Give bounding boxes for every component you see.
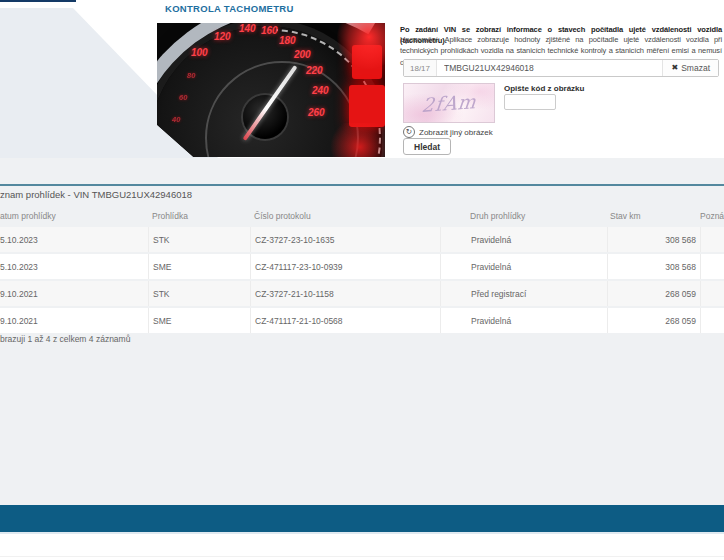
cell-date: 9.10.2021 <box>0 308 148 333</box>
refresh-captcha-link[interactable]: ↻ Zobrazit jiný obrázek <box>403 126 493 138</box>
section-divider <box>0 184 724 186</box>
captcha-label: Opište kód z obrázku <box>504 84 584 93</box>
captcha-input[interactable] <box>504 94 556 110</box>
column-header-type: Druh prohlídky <box>470 211 525 221</box>
speed-number: 260 <box>308 107 325 118</box>
speed-number-small: 60 <box>179 93 187 102</box>
table-header-row: atum prohlídky Prohlídka Číslo protokolu… <box>0 205 724 227</box>
cell-date: 5.10.2023 <box>0 227 148 252</box>
cell-protocol: CZ-3727-23-10-1635 <box>250 227 440 252</box>
top-navy-line <box>0 0 76 2</box>
clear-vin-button[interactable]: ✖ Smazat <box>662 60 718 76</box>
cell-km: 268 059 <box>607 281 700 306</box>
speed-number: 240 <box>312 85 329 96</box>
cell-note <box>700 254 724 279</box>
clear-vin-label: Smazat <box>681 63 710 73</box>
cell-inspection: SME <box>148 254 250 279</box>
cell-note <box>700 308 724 333</box>
cell-type: Pravidelná <box>440 308 607 333</box>
table-row: 9.10.2021 STK CZ-3727-21-10-1158 Před re… <box>0 281 724 308</box>
speed-number-small: 40 <box>172 115 180 124</box>
cell-protocol: CZ-471117-23-10-0939 <box>250 254 440 279</box>
cell-date: 9.10.2021 <box>0 281 148 306</box>
vin-char-counter: 18/17 <box>404 60 437 76</box>
table-row: 5.10.2023 STK CZ-3727-23-10-1635 Pravide… <box>0 227 724 254</box>
speed-number: 220 <box>306 65 323 76</box>
page-title: KONTROLA TACHOMETRU <box>165 3 294 14</box>
speed-number: 160 <box>261 25 278 36</box>
speed-number: 120 <box>214 31 231 42</box>
speedometer-image: 100 120 140 160 180 200 220 240 260 80 6… <box>157 23 385 157</box>
cell-protocol: CZ-471117-21-10-0568 <box>250 308 440 333</box>
cell-note <box>700 281 724 306</box>
column-header-date: atum prohlídky <box>0 211 56 221</box>
cell-type: Pravidelná <box>440 227 607 252</box>
cell-type: Před registrací <box>440 281 607 306</box>
captcha-image: 2fAm <box>403 83 495 123</box>
cell-inspection: SME <box>148 308 250 333</box>
speed-number: 140 <box>239 23 256 34</box>
cell-km: 308 568 <box>607 227 700 252</box>
results-section: znam prohlídek - VIN TMBGU21UX42946018 a… <box>0 158 724 505</box>
search-button[interactable]: Hledat <box>403 138 451 155</box>
vin-input-group: 18/17 ✖ Smazat <box>403 59 719 77</box>
column-header-inspection: Prohlídka <box>152 211 188 221</box>
footer-bar <box>0 505 724 534</box>
cell-inspection: STK <box>148 281 250 306</box>
vin-input[interactable] <box>437 60 662 76</box>
cell-type: Pravidelná <box>440 254 607 279</box>
results-section-title: znam prohlídek - VIN TMBGU21UX42946018 <box>0 189 192 200</box>
table-body: 5.10.2023 STK CZ-3727-23-10-1635 Pravide… <box>0 227 724 335</box>
column-header-km: Stav km <box>610 211 641 221</box>
table-row: 9.10.2021 SME CZ-471117-21-10-0568 Pravi… <box>0 308 724 335</box>
close-icon: ✖ <box>671 64 678 72</box>
table-row: 5.10.2023 SME CZ-471117-23-10-0939 Pravi… <box>0 254 724 281</box>
footer-divider-line <box>0 556 724 557</box>
cell-km: 308 568 <box>607 254 700 279</box>
refresh-icon: ↻ <box>403 126 415 138</box>
speed-number-small: 80 <box>187 71 195 80</box>
speed-number: 180 <box>279 35 296 46</box>
cell-date: 5.10.2023 <box>0 254 148 279</box>
column-header-note: Poznámka <box>700 211 724 221</box>
cell-km: 268 059 <box>607 308 700 333</box>
column-header-protocol: Číslo protokolu <box>254 211 311 221</box>
page: KONTROLA TACHOMETRU 100 120 140 160 180 … <box>0 0 724 560</box>
speed-number: 100 <box>191 47 208 58</box>
table-summary: brazuji 1 až 4 z celkem 4 záznamů <box>0 334 130 344</box>
cell-protocol: CZ-3727-21-10-1158 <box>250 281 440 306</box>
dashboard-led-display <box>349 85 385 127</box>
speed-number: 200 <box>294 49 311 60</box>
red-glow <box>325 123 385 157</box>
refresh-captcha-label: Zobrazit jiný obrázek <box>419 128 493 137</box>
cell-note <box>700 227 724 252</box>
captcha-code-text: 2fAm <box>420 90 477 116</box>
cell-inspection: STK <box>148 227 250 252</box>
